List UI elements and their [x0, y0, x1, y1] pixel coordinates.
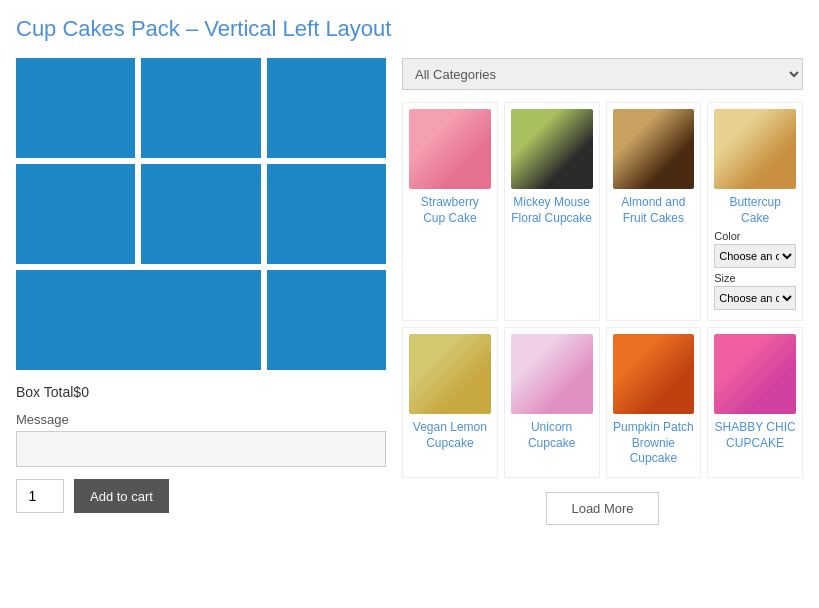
product-image-buttercup [714, 109, 796, 189]
right-panel: All Categories Cupcakes Special Edition … [402, 58, 803, 525]
load-more-row: Load More [402, 492, 803, 525]
product-name-shabby: SHABBY CHIC CUPCAKE [714, 420, 796, 451]
product-name-almond: Almond and Fruit Cakes [613, 195, 695, 226]
size-select[interactable]: Choose an c [714, 286, 796, 310]
grid-box [16, 58, 386, 370]
grid-cell-8 [267, 270, 386, 370]
product-image-vegan [409, 334, 491, 414]
product-card-strawberry[interactable]: Strawberry Cup Cake [402, 102, 498, 321]
grid-cell-2 [141, 58, 260, 158]
product-name-vegan: Vegan Lemon Cupcake [409, 420, 491, 451]
message-input[interactable] [16, 431, 386, 467]
product-card-pumpkin[interactable]: Pumpkin Patch Brownie Cupcake [606, 327, 702, 478]
grid-cell-1 [16, 58, 135, 158]
color-size-block: Color Choose an c Size Choose an c [714, 230, 796, 314]
grid-cell-3 [267, 58, 386, 158]
grid-cell-7 [16, 270, 261, 370]
left-panel: Box Total$0 Message Add to cart [16, 58, 386, 525]
quantity-input[interactable] [16, 479, 64, 513]
message-label: Message [16, 412, 386, 427]
product-image-pumpkin [613, 334, 695, 414]
product-image-strawberry [409, 109, 491, 189]
load-more-button[interactable]: Load More [546, 492, 658, 525]
product-name-unicorn: Unicorn Cupcake [511, 420, 593, 451]
products-grid: Strawberry Cup Cake Mickey Mouse Floral … [402, 102, 803, 478]
color-select[interactable]: Choose an c [714, 244, 796, 268]
product-name-pumpkin: Pumpkin Patch Brownie Cupcake [613, 420, 695, 467]
cart-row: Add to cart [16, 479, 386, 513]
product-card-shabby[interactable]: SHABBY CHIC CUPCAKE [707, 327, 803, 478]
product-card-vegan[interactable]: Vegan Lemon Cupcake [402, 327, 498, 478]
product-name-buttercup: Buttercup Cake [714, 195, 796, 226]
product-card-buttercup[interactable]: Buttercup Cake Color Choose an c Size Ch… [707, 102, 803, 321]
color-label: Color [714, 230, 796, 242]
product-image-shabby [714, 334, 796, 414]
product-card-mickey[interactable]: Mickey Mouse Floral Cupcake [504, 102, 600, 321]
product-image-almond [613, 109, 695, 189]
box-total-value: $0 [73, 384, 89, 400]
add-to-cart-button[interactable]: Add to cart [74, 479, 169, 513]
product-card-unicorn[interactable]: Unicorn Cupcake [504, 327, 600, 478]
product-name-strawberry: Strawberry Cup Cake [409, 195, 491, 226]
product-name-mickey: Mickey Mouse Floral Cupcake [511, 195, 593, 226]
size-label: Size [714, 272, 796, 284]
box-total-label: Box Total [16, 384, 73, 400]
grid-cell-4 [16, 164, 135, 264]
product-card-almond[interactable]: Almond and Fruit Cakes [606, 102, 702, 321]
product-image-unicorn [511, 334, 593, 414]
grid-cell-5 [141, 164, 260, 264]
category-select[interactable]: All Categories Cupcakes Special Edition … [402, 58, 803, 90]
page-title: Cup Cakes Pack – Vertical Left Layout [16, 16, 803, 42]
grid-cell-6 [267, 164, 386, 264]
product-image-mickey [511, 109, 593, 189]
box-total: Box Total$0 [16, 384, 386, 400]
